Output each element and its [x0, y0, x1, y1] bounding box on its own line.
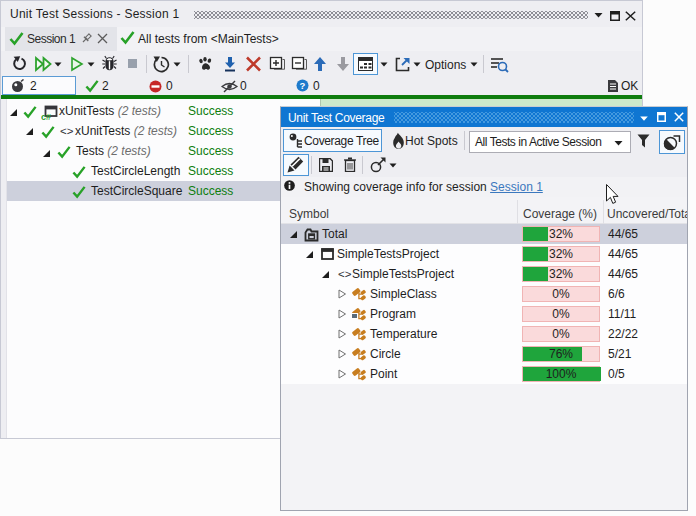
svg-text:c#: c#	[41, 112, 51, 121]
svg-text:?: ?	[300, 80, 306, 91]
